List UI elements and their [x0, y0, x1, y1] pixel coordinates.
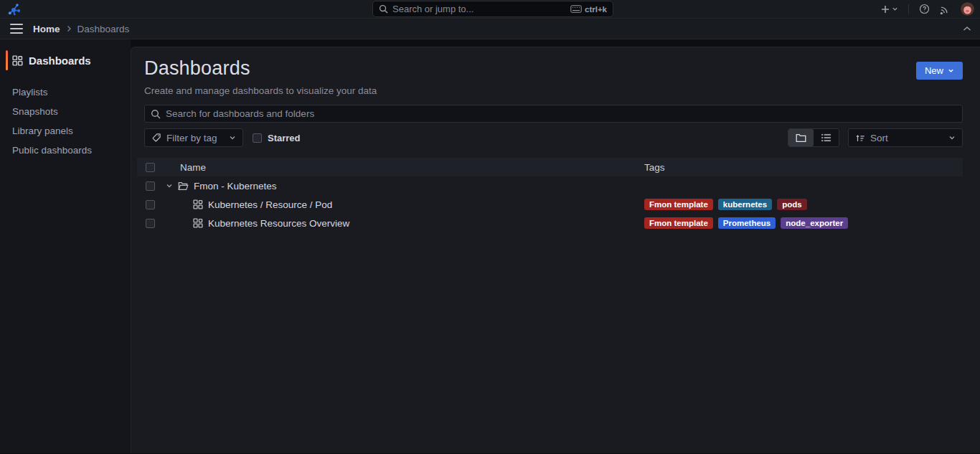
row-checkbox[interactable] [146, 219, 155, 228]
select-all-checkbox[interactable] [146, 163, 155, 172]
tag-badge[interactable]: pods [777, 199, 806, 210]
global-search-box[interactable]: ctrl+k [372, 1, 613, 17]
starred-label: Starred [268, 133, 301, 143]
table-body: Fmon - KubernetesKubernetes / Resource /… [137, 176, 963, 232]
sidebar-item-snapshots[interactable]: Snapshots [0, 102, 131, 121]
tag-badge[interactable]: Prometheus [718, 217, 776, 229]
grafana-dashboards-page: ctrl+k [0, 0, 980, 454]
user-avatar[interactable] [961, 2, 974, 16]
page-subtitle: Create and manage dashboards to visualiz… [144, 85, 377, 96]
tags-column-header: Tags [639, 162, 963, 173]
dashboards-table: Name Tags Fmon - KubernetesKubernetes / … [137, 158, 963, 232]
sort-select[interactable]: Sort [848, 128, 963, 147]
row-checkbox[interactable] [146, 200, 155, 209]
row-name-label: Fmon - Kubernetes [194, 181, 277, 191]
tag-filter-select[interactable]: Filter by tag [144, 128, 243, 147]
filter-toolbar: Filter by tag Starred [144, 128, 963, 147]
sort-label: Sort [870, 133, 888, 143]
global-search-input[interactable] [392, 4, 566, 14]
tag-badge[interactable]: Fmon template [644, 199, 713, 210]
dashboard-icon [193, 218, 203, 228]
menu-toggle-icon[interactable] [10, 24, 23, 34]
topnav-actions [880, 2, 974, 16]
tag-badge[interactable]: node_exporter [781, 217, 848, 229]
table-row: Kubernetes Resources OverviewFmon templa… [137, 214, 963, 232]
keyboard-icon [570, 5, 582, 13]
top-nav-bar: ctrl+k [0, 0, 980, 19]
breadcrumb-home[interactable]: Home [33, 24, 60, 34]
active-indicator [6, 50, 8, 70]
dashboard-name-link[interactable]: Kubernetes / Resource / Pod [166, 199, 639, 210]
table-row: Fmon - Kubernetes [137, 176, 963, 195]
chevron-right-icon [66, 25, 72, 32]
grafana-logo-icon[interactable] [7, 2, 22, 16]
row-checkbox[interactable] [146, 181, 155, 191]
dashboard-name-link[interactable]: Kubernetes Resources Overview [166, 218, 639, 229]
breadcrumb: Home Dashboards [33, 24, 129, 34]
new-button[interactable]: New [916, 62, 963, 80]
tag-icon [151, 133, 161, 143]
sidebar: Dashboards PlaylistsSnapshotsLibrary pan… [0, 39, 131, 453]
search-icon [379, 4, 388, 14]
table-row: Kubernetes / Resource / PodFmon template… [137, 195, 963, 214]
folder-open-icon [178, 181, 189, 191]
content-panel: Dashboards Create and manage dashboards … [131, 47, 980, 453]
page-title: Dashboards [144, 57, 377, 80]
sidebar-section-label: Dashboards [29, 55, 91, 67]
chevron-down-icon [229, 134, 236, 141]
page-header: Dashboards Create and manage dashboards … [144, 57, 963, 96]
apps-icon [12, 55, 23, 66]
starred-filter[interactable]: Starred [253, 133, 301, 143]
search-icon [151, 109, 161, 119]
sidebar-item-library-panels[interactable]: Library panels [0, 121, 131, 141]
new-menu-button[interactable] [880, 4, 898, 14]
list-view-button[interactable] [814, 129, 839, 146]
breadcrumb-current: Dashboards [77, 24, 130, 34]
tag-filter-label: Filter by tag [166, 133, 217, 143]
table-header-row: Name Tags [137, 158, 963, 176]
help-icon[interactable] [919, 4, 930, 14]
breadcrumb-bar: Home Dashboards [0, 19, 980, 39]
main-shell: Dashboards PlaylistsSnapshotsLibrary pan… [0, 39, 980, 453]
tag-badge[interactable]: Fmon template [644, 217, 713, 229]
chevron-down-icon[interactable] [166, 182, 173, 189]
layout-switcher [788, 128, 839, 147]
folder-view-button[interactable] [788, 129, 814, 146]
sidebar-item-public-dashboards[interactable]: Public dashboards [0, 141, 131, 160]
dashboard-search-box[interactable] [144, 105, 963, 123]
sidebar-items: PlaylistsSnapshotsLibrary panelsPublic d… [0, 82, 131, 160]
sort-icon [855, 133, 865, 143]
chevron-down-icon [948, 67, 954, 74]
row-tags: Fmon templatekubernetespods [639, 199, 963, 210]
chevron-up-icon[interactable] [963, 26, 971, 32]
topnav-divider [908, 4, 909, 14]
dashboard-search-input[interactable] [166, 108, 956, 119]
row-tags: Fmon templatePrometheusnode_exporter [639, 217, 963, 229]
keyboard-shortcut-hint: ctrl+k [570, 5, 607, 14]
chevron-down-icon [948, 134, 956, 141]
starred-checkbox[interactable] [253, 133, 262, 143]
row-name-label: Kubernetes Resources Overview [208, 218, 349, 229]
tag-badge[interactable]: kubernetes [718, 199, 772, 210]
dashboard-icon [193, 199, 203, 209]
news-icon[interactable] [940, 4, 951, 14]
sidebar-item-dashboards[interactable]: Dashboards [0, 49, 131, 71]
row-name-label: Kubernetes / Resource / Pod [208, 199, 332, 210]
folder-name-link[interactable]: Fmon - Kubernetes [166, 181, 639, 191]
sidebar-item-playlists[interactable]: Playlists [0, 82, 131, 102]
toolbar-right: Sort [788, 128, 963, 147]
name-column-header: Name [166, 162, 639, 173]
